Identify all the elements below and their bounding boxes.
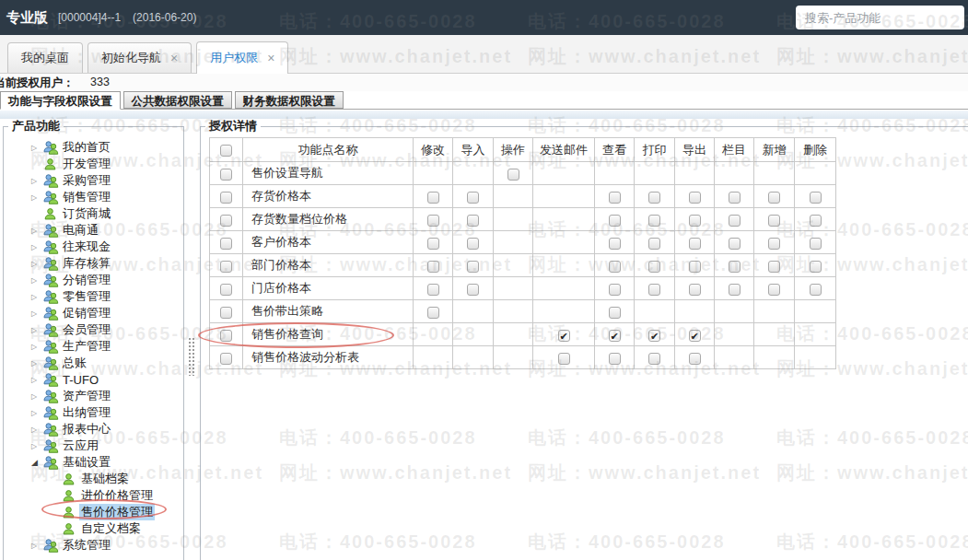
perm-cell-查看[interactable] [595, 277, 635, 300]
perm-cell-查看[interactable] [595, 323, 635, 346]
perm-cell-新增[interactable] [754, 208, 795, 231]
checkbox-unchecked[interactable] [648, 261, 660, 273]
checkbox-unchecked[interactable] [427, 238, 439, 250]
perm-cell-导入[interactable] [453, 254, 494, 277]
perm-cell-打印[interactable] [635, 254, 675, 277]
checkbox-unchecked[interactable] [467, 192, 479, 204]
tree-item-零售管理[interactable]: ▷零售管理 [4, 288, 183, 305]
perm-cell-导入[interactable] [453, 208, 494, 231]
checkbox-unchecked[interactable] [609, 353, 621, 365]
checkbox-unchecked[interactable] [648, 192, 660, 204]
tree-item-生产管理[interactable]: ▷生产管理 [4, 338, 183, 355]
checkbox-checked[interactable] [558, 330, 570, 342]
tree-item-库存核算[interactable]: ▷库存核算 [4, 255, 183, 272]
checkbox-unchecked[interactable] [427, 284, 439, 296]
checkbox-unchecked[interactable] [648, 215, 660, 227]
perm-cell-导出[interactable] [675, 346, 715, 369]
perm-cell-栏目[interactable] [715, 231, 754, 254]
collapsed-arrow-icon[interactable]: ▷ [31, 426, 43, 434]
collapsed-arrow-icon[interactable]: ▷ [31, 326, 43, 334]
tree-item-我的首页[interactable]: ▷我的首页 [4, 139, 183, 156]
perm-cell-删除[interactable] [795, 231, 836, 254]
row-checkbox[interactable] [220, 169, 232, 181]
perm-cell-查看[interactable] [595, 208, 635, 231]
checkbox-unchecked[interactable] [768, 238, 780, 250]
perm-cell-发送邮件[interactable] [533, 346, 595, 369]
row-checkbox[interactable] [220, 192, 232, 204]
tree-item-分销管理[interactable]: ▷分销管理 [4, 272, 183, 288]
tree-item-自定义档案[interactable]: 自定义档案 [4, 520, 183, 537]
checkbox-unchecked[interactable] [467, 215, 479, 227]
collapsed-arrow-icon[interactable]: ▷ [31, 193, 43, 202]
perm-cell-导出[interactable] [675, 185, 715, 208]
perm-cell-打印[interactable] [635, 277, 675, 300]
perm-cell-导出[interactable] [675, 323, 715, 346]
checkbox-unchecked[interactable] [768, 192, 780, 204]
checkbox-checked[interactable] [609, 330, 621, 342]
perm-cell-发送邮件[interactable] [533, 323, 595, 346]
perm-cell-新增[interactable] [754, 254, 795, 277]
tree-item-售价价格管理[interactable]: 售价价格管理 [4, 504, 183, 520]
row-checkbox[interactable] [220, 261, 232, 273]
checkbox-unchecked[interactable] [427, 261, 439, 273]
panel-splitter-handle[interactable] [188, 337, 195, 376]
perm-cell-新增[interactable] [754, 185, 795, 208]
row-checkbox[interactable] [220, 330, 232, 342]
permission-tab-公共数据权限设置[interactable]: 公共数据权限设置 [123, 91, 232, 109]
perm-cell-导出[interactable] [675, 208, 715, 231]
tree-item-销售管理[interactable]: ▷销售管理 [4, 189, 183, 205]
checkbox-unchecked[interactable] [609, 261, 621, 273]
perm-cell-导出[interactable] [675, 277, 715, 300]
checkbox-checked[interactable] [689, 330, 701, 342]
checkbox-unchecked[interactable] [427, 307, 439, 319]
checkbox-unchecked[interactable] [729, 238, 741, 250]
checkbox-unchecked[interactable] [689, 238, 701, 250]
tree-item-基础档案[interactable]: 基础档案 [4, 471, 183, 487]
checkbox-unchecked[interactable] [558, 353, 570, 365]
tree-item-往来现金[interactable]: ▷往来现金 [4, 239, 183, 255]
perm-cell-栏目[interactable] [715, 254, 754, 277]
checkbox-unchecked[interactable] [648, 284, 660, 296]
collapsed-arrow-icon[interactable]: ▷ [31, 309, 43, 318]
perm-cell-查看[interactable] [595, 346, 635, 369]
select-all-checkbox[interactable] [220, 145, 232, 157]
checkbox-unchecked[interactable] [810, 215, 822, 227]
tab-我的桌面[interactable]: 我的桌面 [7, 42, 83, 73]
tree-item-开发管理[interactable]: 开发管理 [4, 156, 183, 172]
checkbox-unchecked[interactable] [609, 238, 621, 250]
collapsed-arrow-icon[interactable]: ▷ [31, 542, 43, 550]
expanded-arrow-icon[interactable]: ◢ [31, 458, 43, 467]
collapsed-arrow-icon[interactable]: ▷ [31, 177, 43, 185]
collapsed-arrow-icon[interactable]: ▷ [31, 392, 43, 401]
perm-cell-打印[interactable] [635, 231, 675, 254]
tree-item-资产管理[interactable]: ▷资产管理 [4, 388, 183, 404]
perm-cell-查看[interactable] [595, 231, 635, 254]
collapsed-arrow-icon[interactable]: ▷ [31, 243, 43, 251]
tab-用户权限[interactable]: 用户权限× [196, 41, 288, 74]
checkbox-unchecked[interactable] [427, 192, 439, 204]
row-checkbox[interactable] [220, 215, 232, 227]
perm-cell-修改[interactable] [414, 300, 453, 323]
tree-item-基础设置[interactable]: ◢基础设置 [4, 454, 183, 471]
perm-cell-删除[interactable] [795, 208, 836, 231]
close-icon[interactable]: × [267, 52, 274, 64]
close-icon[interactable]: × [170, 52, 178, 64]
perm-cell-查看[interactable] [595, 254, 635, 277]
permission-tab-财务数据权限设置[interactable]: 财务数据权限设置 [235, 91, 344, 109]
perm-cell-修改[interactable] [414, 277, 453, 300]
perm-cell-删除[interactable] [795, 254, 836, 277]
perm-cell-修改[interactable] [414, 254, 453, 277]
perm-cell-打印[interactable] [635, 185, 675, 208]
collapsed-arrow-icon[interactable]: ▷ [31, 343, 43, 351]
collapsed-arrow-icon[interactable]: ▷ [31, 409, 43, 417]
collapsed-arrow-icon[interactable]: ▷ [31, 359, 43, 368]
checkbox-unchecked[interactable] [729, 261, 741, 273]
collapsed-arrow-icon[interactable]: ▷ [31, 260, 43, 268]
perm-cell-新增[interactable] [754, 231, 795, 254]
checkbox-unchecked[interactable] [729, 215, 741, 227]
perm-cell-查看[interactable] [595, 300, 635, 323]
perm-cell-导出[interactable] [675, 231, 715, 254]
perm-cell-栏目[interactable] [715, 277, 754, 300]
checkbox-unchecked[interactable] [768, 261, 780, 273]
tab-初始化导航[interactable]: 初始化导航× [87, 42, 192, 73]
